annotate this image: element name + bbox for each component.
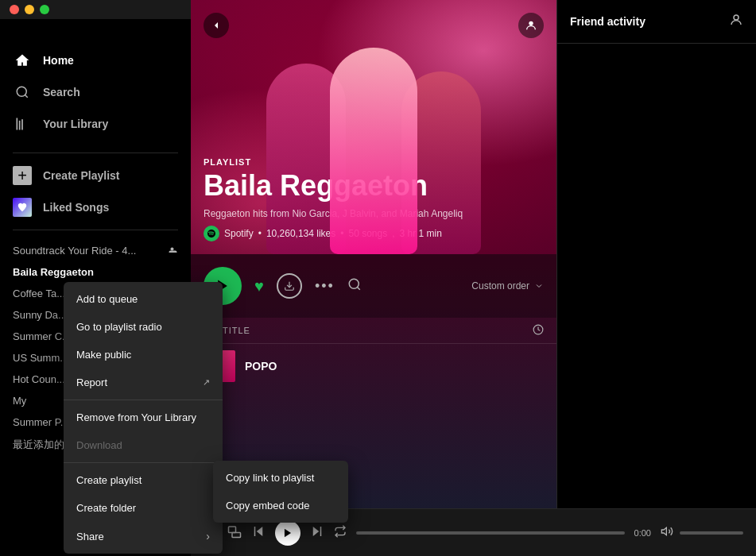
context-menu-divider-1 <box>64 400 223 400</box>
users-icon <box>169 246 178 256</box>
player-time: 0:00 <box>634 528 651 538</box>
menu-item-create-folder[interactable]: Create folder <box>64 494 223 522</box>
svg-marker-20 <box>285 528 291 537</box>
search-icon <box>13 83 32 102</box>
submenu-item-copy-link[interactable]: Copy link to playlist <box>213 464 348 492</box>
playlist-item-soundtrack[interactable]: Soundtrack Your Ride - 4... <box>0 240 191 261</box>
context-menu-divider-2 <box>64 462 223 463</box>
menu-item-create-playlist[interactable]: Create playlist <box>64 466 223 494</box>
heart-gradient-icon <box>13 198 32 217</box>
liked-songs-button[interactable]: Liked Songs <box>0 191 191 223</box>
library-icon <box>13 114 32 133</box>
svg-rect-19 <box>254 527 256 536</box>
heart-button[interactable]: ♥ <box>254 277 264 295</box>
playlist-creator: Spotify <box>224 228 254 239</box>
svg-rect-3 <box>19 121 21 130</box>
menu-item-download: Download <box>64 431 223 459</box>
external-link-icon: ↗ <box>203 377 210 388</box>
devices-icon[interactable] <box>227 524 242 542</box>
house-icon <box>13 51 32 70</box>
chevron-right-icon: › <box>206 530 210 542</box>
previous-button[interactable] <box>251 524 266 542</box>
volume-icon[interactable] <box>661 525 673 541</box>
track-title-text: POPO <box>245 360 277 373</box>
svg-marker-21 <box>313 527 320 536</box>
nav-section: Home Search Your Library <box>0 38 191 146</box>
svg-point-5 <box>171 247 174 250</box>
svg-point-12 <box>734 15 739 20</box>
track-duration-header <box>512 324 544 337</box>
playlist-item-baila[interactable]: Baila Reggaeton <box>0 261 191 283</box>
menu-item-remove-library[interactable]: Remove from Your Library <box>64 403 223 431</box>
submenu-item-copy-embed[interactable]: Copy embed code <box>213 492 348 519</box>
player-right-controls <box>661 525 743 541</box>
window-chrome <box>0 0 191 19</box>
next-button[interactable] <box>310 524 324 542</box>
share-submenu: Copy link to playlist Copy embed code <box>213 461 348 523</box>
friend-activity-title: Friend activity <box>570 15 646 28</box>
nav-divider <box>13 153 178 153</box>
library-divider <box>13 230 178 230</box>
svg-marker-23 <box>661 527 666 535</box>
svg-rect-2 <box>17 118 18 130</box>
svg-line-1 <box>25 95 27 97</box>
svg-point-0 <box>17 87 26 96</box>
play-pause-button[interactable] <box>275 520 300 546</box>
main-content: PLAYLIST Baila Reggaeton Reggaeton hits … <box>191 0 556 508</box>
svg-point-6 <box>529 21 533 25</box>
svg-rect-16 <box>229 527 236 533</box>
svg-rect-17 <box>232 532 241 537</box>
svg-rect-4 <box>21 119 23 129</box>
minimize-button[interactable] <box>25 5 34 14</box>
user-button[interactable] <box>518 13 544 38</box>
right-panel: Friend activity <box>556 0 756 556</box>
progress-bar[interactable] <box>356 531 625 535</box>
friend-activity-user-icon[interactable] <box>729 13 743 30</box>
friend-activity-header: Friend activity <box>557 0 756 44</box>
volume-bar[interactable] <box>680 531 743 535</box>
track-list-header: # TITLE <box>191 318 556 344</box>
playlist-header: PLAYLIST Baila Reggaeton Reggaeton hits … <box>191 0 556 254</box>
custom-order-label: Custom order <box>471 280 529 292</box>
sidebar-item-home[interactable]: Home <box>0 44 191 76</box>
menu-item-share[interactable]: Share › <box>64 522 223 550</box>
context-menu: Add to queue Go to playlist radio Make p… <box>64 282 223 554</box>
custom-order-dropdown[interactable]: Custom order <box>471 280 544 292</box>
playlist-likes: 10,260,134 likes <box>266 228 335 239</box>
menu-item-add-to-queue[interactable]: Add to queue <box>64 285 223 313</box>
menu-item-goto-radio[interactable]: Go to playlist radio <box>64 313 223 341</box>
playlist-controls: ♥ ••• Custom order <box>191 254 556 318</box>
repeat-button[interactable] <box>334 525 347 540</box>
svg-point-9 <box>349 279 359 288</box>
plus-icon: + <box>13 166 32 185</box>
search-songs-button[interactable] <box>347 277 362 295</box>
download-button[interactable] <box>277 273 302 299</box>
menu-item-make-public[interactable]: Make public <box>64 341 223 369</box>
track-row-1[interactable]: POPO <box>191 344 556 388</box>
svg-line-10 <box>357 287 359 289</box>
performer-center <box>330 48 417 254</box>
menu-item-report[interactable]: Report ↗ <box>64 369 223 396</box>
sidebar-item-search[interactable]: Search <box>0 76 191 108</box>
svg-rect-22 <box>320 527 322 536</box>
create-playlist-button[interactable]: + Create Playlist <box>0 160 191 191</box>
track-title-header: TITLE <box>223 326 512 335</box>
svg-marker-18 <box>257 527 263 536</box>
maximize-button[interactable] <box>40 5 49 14</box>
spotify-logo-icon <box>204 226 219 241</box>
sidebar-item-library[interactable]: Your Library <box>0 108 191 140</box>
back-button[interactable] <box>204 13 229 38</box>
close-button[interactable] <box>10 5 19 14</box>
more-options-button[interactable]: ••• <box>315 278 335 295</box>
